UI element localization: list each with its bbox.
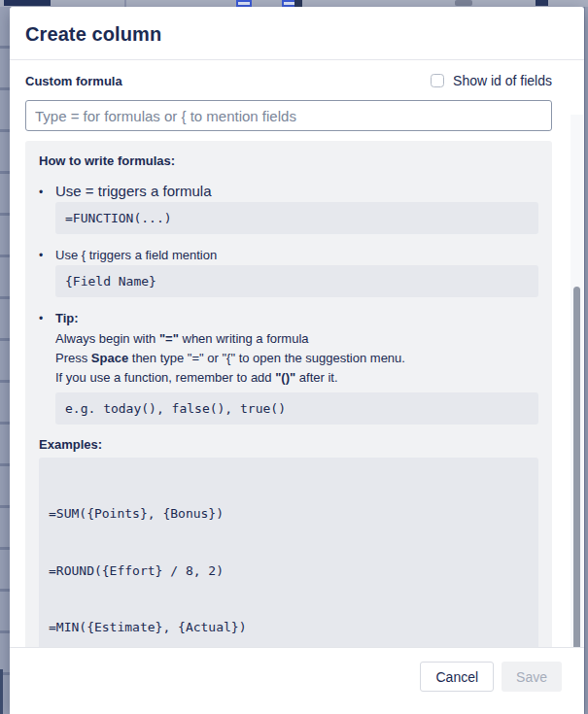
bullet-text: Use { triggers a field mention bbox=[55, 248, 217, 262]
example-line: =SUM({Points}, {Bonus}) bbox=[49, 504, 529, 524]
backdrop-toolbar-icon bbox=[236, 0, 252, 7]
example-line: =MIN({Estimate}, {Actual}) bbox=[49, 618, 529, 637]
bullet-text: Use = triggers a formula bbox=[55, 183, 211, 199]
backdrop-divider bbox=[124, 0, 126, 7]
backdrop-toolbar-icon bbox=[455, 0, 472, 6]
tip-label: Tip: bbox=[55, 311, 79, 325]
cancel-button[interactable]: Cancel bbox=[420, 662, 494, 692]
inline-code-block: e.g. today(), false(), true() bbox=[55, 392, 538, 425]
help-bullet: • Use { triggers a field mention bbox=[39, 248, 538, 262]
tip-line: Press Space then type "=" or "{" to open… bbox=[55, 349, 538, 368]
inline-code-block: {Field Name} bbox=[55, 265, 538, 297]
create-column-modal: Create column Custom formula Show id of … bbox=[10, 7, 584, 714]
examples-code-block: =SUM({Points}, {Bonus}) =ROUND({Effort} … bbox=[39, 458, 538, 647]
help-bullet: • Tip: bbox=[39, 311, 538, 325]
checkbox-icon[interactable] bbox=[431, 74, 444, 87]
page-title: Create column bbox=[25, 21, 161, 46]
show-id-checkbox-label[interactable]: Show id of fields bbox=[453, 73, 552, 88]
examples-heading: Examples: bbox=[39, 437, 538, 452]
custom-formula-label: Custom formula bbox=[25, 74, 122, 88]
bullet-icon: • bbox=[39, 312, 55, 325]
tip-lines: Always begin with "=" when writing a for… bbox=[55, 329, 538, 388]
backdrop-toolbar-icon bbox=[536, 0, 548, 6]
backdrop-table-edge bbox=[584, 7, 588, 714]
modal-footer: Cancel Save bbox=[10, 647, 584, 714]
bullet-icon: • bbox=[39, 186, 55, 199]
example-line: =ROUND({Effort} / 8, 2) bbox=[49, 561, 529, 581]
help-panel: How to write formulas: • Use = triggers … bbox=[25, 141, 552, 647]
show-id-checkbox-row[interactable]: Show id of fields bbox=[431, 73, 552, 88]
formula-input[interactable] bbox=[25, 100, 552, 131]
bullet-icon: • bbox=[39, 249, 55, 262]
tip-section: • Tip: Always begin with "=" when writin… bbox=[39, 311, 538, 425]
backdrop-edited-badge bbox=[4, 0, 51, 6]
backdrop-toolbar bbox=[0, 0, 588, 7]
help-heading: How to write formulas: bbox=[39, 153, 538, 168]
scrollbar-thumb[interactable] bbox=[573, 287, 580, 647]
help-bullet: • Use = triggers a formula bbox=[39, 183, 538, 199]
modal-content: Custom formula Show id of fields How to … bbox=[10, 60, 584, 647]
backdrop-table-edge bbox=[0, 7, 10, 714]
modal-header: Create column bbox=[10, 7, 584, 60]
inline-code-block: =FUNCTION(...) bbox=[55, 202, 538, 234]
tip-line: Always begin with "=" when writing a for… bbox=[55, 329, 538, 349]
tip-line: If you use a function, remember to add "… bbox=[55, 368, 538, 388]
backdrop-cursor-icon bbox=[294, 0, 302, 7]
save-button[interactable]: Save bbox=[502, 662, 562, 692]
